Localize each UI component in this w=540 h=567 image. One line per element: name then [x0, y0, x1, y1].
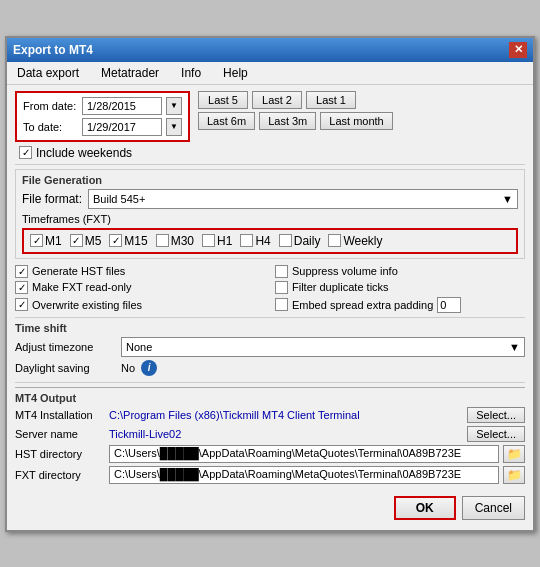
quick-date-buttons: Last 5 Last 2 Last 1 Last 6m Last 3m Las… — [198, 91, 393, 130]
mt4-server-label: Server name — [15, 428, 105, 440]
adjust-timezone-select[interactable]: None ▼ — [121, 337, 525, 357]
adjust-timezone-label: Adjust timezone — [15, 341, 115, 353]
main-window: Export to MT4 ✕ Data export Metatrader I… — [5, 36, 535, 532]
tf-m30: M30 — [156, 234, 194, 248]
mt4-fxt-folder-btn[interactable]: 📁 — [503, 466, 525, 484]
make-fxt-checkbox[interactable]: ✓ — [15, 281, 28, 294]
mt4-fxt-label: FXT directory — [15, 469, 105, 481]
tf-m5: ✓ M5 — [70, 234, 102, 248]
mt4-hst-path[interactable]: C:\Users\█████\AppData\Roaming\MetaQuote… — [109, 445, 499, 463]
tf-weekly-label: Weekly — [343, 234, 382, 248]
to-date-input[interactable]: 1/29/2017 — [82, 118, 162, 136]
mt4-server-value: Tickmill-Live02 — [109, 428, 463, 440]
mt4-server-row: Server name Tickmill-Live02 Select... — [15, 426, 525, 442]
tf-m1-label: M1 — [45, 234, 62, 248]
time-shift-label: Time shift — [15, 322, 525, 334]
file-format-label: File format: — [22, 192, 82, 206]
menu-help[interactable]: Help — [217, 64, 254, 82]
timeframes-section: ✓ M1 ✓ M5 ✓ M15 M30 H1 — [22, 228, 518, 254]
tf-weekly: Weekly — [328, 234, 382, 248]
to-date-dropdown[interactable]: ▼ — [166, 118, 182, 136]
lastmonth-button[interactable]: Last month — [320, 112, 392, 130]
tf-m30-checkbox[interactable] — [156, 234, 169, 247]
embed-spread-option: Embed spread extra padding 0 — [275, 297, 525, 313]
generate-hst-option: ✓ Generate HST files — [15, 265, 265, 278]
from-date-input[interactable]: 1/28/2015 — [82, 97, 162, 115]
menu-info[interactable]: Info — [175, 64, 207, 82]
mt4-installation-value: C:\Program Files (x86)\Tickmill MT4 Clie… — [109, 409, 463, 421]
tf-h4: H4 — [240, 234, 270, 248]
mt4-fxt-row: FXT directory C:\Users\█████\AppData\Roa… — [15, 466, 525, 484]
mt4-installation-row: MT4 Installation C:\Program Files (x86)\… — [15, 407, 525, 423]
make-fxt-option: ✓ Make FXT read-only — [15, 281, 265, 294]
tf-m5-label: M5 — [85, 234, 102, 248]
file-generation-label: File Generation — [22, 174, 518, 186]
include-weekends-label: Include weekends — [36, 146, 132, 160]
filter-duplicate-label: Filter duplicate ticks — [292, 281, 389, 293]
cancel-button[interactable]: Cancel — [462, 496, 525, 520]
from-date-label: From date: — [23, 100, 78, 112]
tf-h1-checkbox[interactable] — [202, 234, 215, 247]
bottom-buttons: OK Cancel — [15, 492, 525, 524]
mt4-output-label: MT4 Output — [15, 392, 525, 404]
mt4-fxt-path[interactable]: C:\Users\█████\AppData\Roaming\MetaQuote… — [109, 466, 499, 484]
tf-daily-label: Daily — [294, 234, 321, 248]
to-date-label: To date: — [23, 121, 78, 133]
tf-h4-checkbox[interactable] — [240, 234, 253, 247]
menu-bar: Data export Metatrader Info Help — [7, 62, 533, 85]
tf-h4-label: H4 — [255, 234, 270, 248]
tf-m15-checkbox[interactable]: ✓ — [109, 234, 122, 247]
mt4-installation-label: MT4 Installation — [15, 409, 105, 421]
tf-h1-label: H1 — [217, 234, 232, 248]
date-section: From date: 1/28/2015 ▼ To date: 1/29/201… — [15, 91, 190, 142]
mt4-hst-row: HST directory C:\Users\█████\AppData\Roa… — [15, 445, 525, 463]
menu-metatrader[interactable]: Metatrader — [95, 64, 165, 82]
file-format-select[interactable]: Build 545+ ▼ — [88, 189, 518, 209]
close-button[interactable]: ✕ — [509, 42, 527, 58]
overwrite-checkbox[interactable]: ✓ — [15, 298, 28, 311]
embed-spread-input[interactable]: 0 — [437, 297, 461, 313]
generate-hst-checkbox[interactable]: ✓ — [15, 265, 28, 278]
embed-spread-label: Embed spread extra padding — [292, 299, 433, 311]
time-shift-section: Time shift Adjust timezone None ▼ Daylig… — [15, 322, 525, 376]
last5-button[interactable]: Last 5 — [198, 91, 248, 109]
mt4-installation-select-btn[interactable]: Select... — [467, 407, 525, 423]
overwrite-label: Overwrite existing files — [32, 299, 142, 311]
tf-daily-checkbox[interactable] — [279, 234, 292, 247]
suppress-volume-label: Suppress volume info — [292, 265, 398, 277]
daylight-saving-value: No — [121, 362, 135, 374]
window-title: Export to MT4 — [13, 43, 93, 57]
mt4-hst-folder-btn[interactable]: 📁 — [503, 445, 525, 463]
info-icon[interactable]: i — [141, 360, 157, 376]
ok-button[interactable]: OK — [394, 496, 456, 520]
include-weekends-checkbox[interactable]: ✓ — [19, 146, 32, 159]
last2-button[interactable]: Last 2 — [252, 91, 302, 109]
mt4-output-section: MT4 Output MT4 Installation C:\Program F… — [15, 387, 525, 484]
tf-m30-label: M30 — [171, 234, 194, 248]
title-bar: Export to MT4 ✕ — [7, 38, 533, 62]
last3m-button[interactable]: Last 3m — [259, 112, 316, 130]
generate-hst-label: Generate HST files — [32, 265, 125, 277]
from-date-dropdown[interactable]: ▼ — [166, 97, 182, 115]
tf-daily: Daily — [279, 234, 321, 248]
last1-button[interactable]: Last 1 — [306, 91, 356, 109]
suppress-volume-option: Suppress volume info — [275, 265, 525, 278]
tf-m5-checkbox[interactable]: ✓ — [70, 234, 83, 247]
mt4-server-select-btn[interactable]: Select... — [467, 426, 525, 442]
tf-m1-checkbox[interactable]: ✓ — [30, 234, 43, 247]
tf-m15: ✓ M15 — [109, 234, 147, 248]
tf-m1: ✓ M1 — [30, 234, 62, 248]
filter-duplicate-checkbox[interactable] — [275, 281, 288, 294]
make-fxt-label: Make FXT read-only — [32, 281, 131, 293]
tf-m15-label: M15 — [124, 234, 147, 248]
timeframes-label: Timeframes (FXT) — [22, 213, 518, 225]
tf-h1: H1 — [202, 234, 232, 248]
filter-duplicate-option: Filter duplicate ticks — [275, 281, 525, 294]
last6m-button[interactable]: Last 6m — [198, 112, 255, 130]
embed-spread-checkbox[interactable] — [275, 298, 288, 311]
tf-weekly-checkbox[interactable] — [328, 234, 341, 247]
options-grid: ✓ Generate HST files Suppress volume inf… — [15, 265, 525, 313]
menu-data-export[interactable]: Data export — [11, 64, 85, 82]
suppress-volume-checkbox[interactable] — [275, 265, 288, 278]
daylight-saving-label: Daylight saving — [15, 362, 115, 374]
